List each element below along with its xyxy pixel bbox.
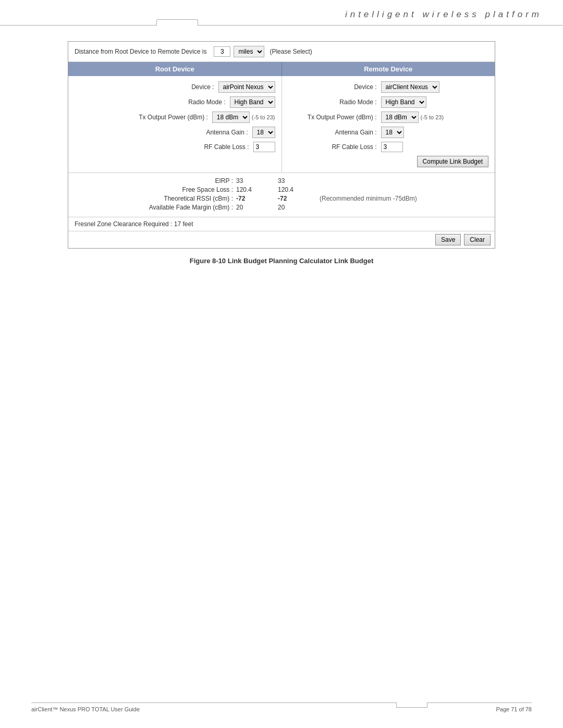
calculator-panel: Distance from Root Device to Remote Devi… bbox=[68, 41, 495, 249]
fade-remote-value: 20 bbox=[278, 204, 320, 211]
action-row: Save Clear bbox=[68, 231, 495, 248]
root-radio-mode-row: Radio Mode : High Band bbox=[75, 96, 275, 108]
remote-rf-cable-label: RF Cable Loss : bbox=[288, 143, 377, 151]
root-antenna-gain-row: Antenna Gain : 18 bbox=[75, 127, 275, 138]
root-tx-power-row: Tx Output Power (dBm) : 18 dBm (-5 to 23… bbox=[75, 112, 275, 123]
main-content: Distance from Root Device to Remote Devi… bbox=[0, 26, 563, 280]
root-tx-power-select[interactable]: 18 dBm bbox=[212, 112, 250, 123]
figure-caption: Figure 8-10 Link Budget Planning Calcula… bbox=[31, 257, 532, 265]
distance-input[interactable] bbox=[214, 46, 230, 57]
remote-antenna-gain-control: 18 bbox=[381, 127, 404, 138]
root-tx-power-hint: (-5 to 23) bbox=[252, 114, 275, 120]
eirp-remote-value: 33 bbox=[278, 177, 320, 184]
rssi-row: Theoretical RSSI (cBm) : -72 -72 (Recomm… bbox=[75, 195, 488, 202]
remote-antenna-gain-label: Antenna Gain : bbox=[288, 129, 377, 136]
root-radio-mode-label: Radio Mode : bbox=[188, 98, 225, 106]
free-space-root-value: 120.4 bbox=[236, 186, 278, 193]
root-device-control: airPoint Nexus bbox=[218, 81, 275, 93]
compute-row: Compute Link Budget bbox=[288, 156, 489, 167]
rssi-note: (Recommended minimum -75dBm) bbox=[320, 195, 417, 202]
remote-device-header: Remote Device bbox=[282, 62, 495, 76]
root-rf-cable-control bbox=[253, 142, 275, 152]
remote-radio-mode-row: Radio Mode : High Band bbox=[288, 96, 489, 108]
rssi-label: Theoretical RSSI (cBm) : bbox=[75, 195, 236, 202]
footer-guide-title: airClient™ Nexus PRO TOTAL User Guide bbox=[31, 706, 140, 712]
root-tx-power-label: Tx Output Power (dBm) : bbox=[139, 114, 208, 121]
remote-device-control: airClient Nexus bbox=[381, 81, 439, 93]
devices-header-row: Root Device Remote Device bbox=[68, 62, 495, 76]
remote-device-label: Device : bbox=[288, 83, 377, 91]
free-space-row: Free Space Loss : 120.4 120.4 bbox=[75, 186, 488, 193]
footer-tab-notch bbox=[396, 702, 427, 708]
root-device-select[interactable]: airPoint Nexus bbox=[218, 81, 275, 93]
remote-tx-power-hint: (-5 to 23) bbox=[421, 114, 444, 120]
distance-row: Distance from Root Device to Remote Devi… bbox=[68, 42, 495, 62]
remote-tx-power-select[interactable]: 18 dBm bbox=[381, 112, 419, 123]
remote-device-select[interactable]: airClient Nexus bbox=[381, 81, 439, 93]
remote-rf-cable-input[interactable] bbox=[381, 142, 403, 152]
root-antenna-gain-select[interactable]: 18 bbox=[252, 127, 275, 138]
remote-radio-mode-control: High Band bbox=[381, 96, 426, 108]
fade-margin-row: Available Fade Margin (cBm) : 20 20 bbox=[75, 204, 488, 211]
header-tab-notch bbox=[156, 19, 198, 26]
root-tx-power-control: 18 dBm (-5 to 23) bbox=[212, 112, 275, 123]
distance-label: Distance from Root Device to Remote Devi… bbox=[75, 48, 206, 55]
root-radio-mode-control: High Band bbox=[230, 96, 275, 108]
rssi-root-value: -72 bbox=[236, 195, 278, 202]
clear-button[interactable]: Clear bbox=[464, 234, 491, 245]
eirp-row: EIRP : 33 33 bbox=[75, 177, 488, 184]
rssi-remote-value: -72 bbox=[278, 195, 320, 202]
footer-line bbox=[31, 702, 532, 703]
remote-tx-power-control: 18 dBm (-5 to 23) bbox=[381, 112, 444, 123]
header-title: intelligent wireless platform bbox=[345, 9, 542, 20]
save-button[interactable]: Save bbox=[435, 234, 461, 245]
remote-rf-cable-control bbox=[381, 142, 403, 152]
root-rf-cable-input[interactable] bbox=[253, 142, 275, 152]
distance-unit-select[interactable]: miles bbox=[234, 46, 264, 57]
free-space-label: Free Space Loss : bbox=[75, 186, 236, 193]
fresnel-text: Fresnel Zone Clearance Required : 17 fee… bbox=[75, 220, 193, 228]
remote-antenna-gain-row: Antenna Gain : 18 bbox=[288, 127, 489, 138]
root-device-row: Device : airPoint Nexus bbox=[75, 81, 275, 93]
remote-tx-power-label: Tx Output Power (dBm) : bbox=[288, 114, 377, 121]
remote-tx-power-row: Tx Output Power (dBm) : 18 dBm (-5 to 23… bbox=[288, 112, 489, 123]
remote-rf-cable-row: RF Cable Loss : bbox=[288, 142, 489, 152]
root-device-col: Device : airPoint Nexus Radio Mode : Hig… bbox=[68, 76, 282, 172]
devices-body: Device : airPoint Nexus Radio Mode : Hig… bbox=[68, 76, 495, 173]
remote-device-row: Device : airClient Nexus bbox=[288, 81, 489, 93]
eirp-root-value: 33 bbox=[236, 177, 278, 184]
root-antenna-gain-control: 18 bbox=[252, 127, 275, 138]
footer-content: airClient™ Nexus PRO TOTAL User Guide Pa… bbox=[31, 706, 532, 712]
free-space-remote-value: 120.4 bbox=[278, 186, 320, 193]
eirp-label: EIRP : bbox=[75, 177, 236, 184]
remote-device-col: Device : airClient Nexus Radio Mode : Hi… bbox=[282, 76, 495, 172]
remote-radio-mode-label: Radio Mode : bbox=[288, 98, 377, 106]
root-device-header: Root Device bbox=[68, 62, 282, 76]
root-antenna-gain-label: Antenna Gain : bbox=[206, 129, 248, 136]
root-rf-cable-row: RF Cable Loss : bbox=[75, 142, 275, 152]
root-device-label: Device : bbox=[191, 83, 214, 91]
root-radio-mode-select[interactable]: High Band bbox=[230, 96, 275, 108]
root-rf-cable-label: RF Cable Loss : bbox=[204, 143, 249, 151]
compute-link-budget-button[interactable]: Compute Link Budget bbox=[417, 156, 488, 167]
fade-margin-label: Available Fade Margin (cBm) : bbox=[75, 204, 236, 211]
please-select-label: (Please Select) bbox=[270, 48, 312, 55]
footer-page-number: Page 71 of 78 bbox=[496, 706, 532, 712]
results-section: EIRP : 33 33 Free Space Loss : 120.4 120… bbox=[68, 173, 495, 217]
fresnel-row: Fresnel Zone Clearance Required : 17 fee… bbox=[68, 217, 495, 231]
page-footer: airClient™ Nexus PRO TOTAL User Guide Pa… bbox=[0, 702, 563, 712]
fade-root-value: 20 bbox=[236, 204, 278, 211]
page-header: intelligent wireless platform bbox=[0, 0, 563, 26]
remote-antenna-gain-select[interactable]: 18 bbox=[381, 127, 404, 138]
remote-radio-mode-select[interactable]: High Band bbox=[381, 96, 426, 108]
